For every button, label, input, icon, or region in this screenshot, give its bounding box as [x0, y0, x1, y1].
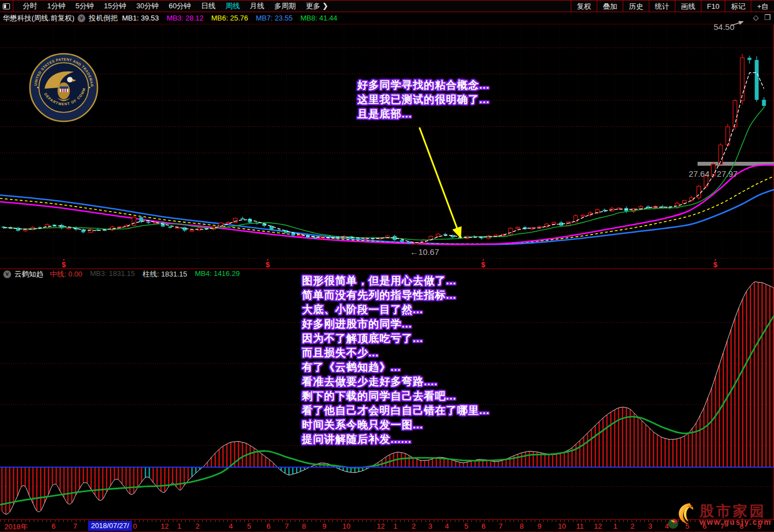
axis-label: 9 — [322, 522, 326, 530]
callout-line: 这里我已测试的很明确了... — [357, 93, 490, 107]
sub-indicator-name: 云鹤知趋 — [14, 269, 43, 279]
axis-label: 1 — [393, 522, 397, 530]
axis-label: 6 — [52, 522, 55, 530]
axis-label: 7 — [73, 522, 77, 530]
axis-label: 8 — [302, 522, 306, 530]
axis-label: 6 — [266, 522, 270, 530]
axis-label: 7 — [285, 522, 289, 530]
sub-indicator-value: MB3: 1831.15 — [90, 269, 135, 279]
axis-label: 9 — [537, 522, 541, 530]
price-band-label: 27.64 - 27.97 — [689, 169, 737, 178]
note-line: 提问讲解随后补发...... — [302, 432, 490, 447]
high-price-label: 54.50 — [714, 22, 735, 32]
selected-date-box[interactable]: 2018/07/27/五 — [88, 521, 132, 531]
callout-line: 且是底部... — [357, 107, 490, 121]
axis-label: 5 — [464, 522, 468, 530]
axis-label: 1 — [613, 522, 617, 530]
note-line: 简单而没有先列的指导性指标... — [302, 288, 490, 303]
axis-label: 12 — [377, 522, 385, 530]
trading-app-window: 分时 1分钟 5分钟 15分钟 30分钟 60分钟 日线 周线 月线 多周期 更… — [0, 0, 774, 532]
low-price-label: ←10.67 — [410, 247, 439, 257]
note-line: 而且损失不少... — [302, 346, 490, 360]
site-watermark: 股市家园 www.gusjy.com — [665, 502, 772, 529]
axis-label: 2 — [631, 522, 634, 530]
exright-dollar-marker: $ — [264, 258, 271, 269]
axis-label: 3 — [428, 522, 432, 530]
axis-label: 12 — [161, 522, 168, 530]
note-line: 有了《云鹤知趋》... — [302, 360, 490, 375]
exright-dollar-marker: $ — [480, 258, 486, 269]
note-line: 看了他自己才会明白自己错在了哪里... — [302, 403, 490, 418]
axis-label: 2018年 — [4, 522, 28, 532]
note-line: 剩下的下载的同学自己去看吧... — [302, 389, 490, 403]
axis-label: 4 — [445, 522, 449, 530]
uspto-seal-logo: UNITED STATES PATENT AND TRADEMARK OFFIC… — [29, 53, 99, 122]
note-line: 看准去做要少走好多弯路.... — [302, 375, 490, 389]
note-annotation: 图形很简单，但是用心去做了...简单而没有先列的指导性指标...大底、小阶段一目… — [302, 274, 490, 447]
axis-label: 0 — [133, 522, 137, 530]
axis-label: 7 — [499, 522, 503, 530]
note-line: 大底、小阶段一目了然... — [302, 303, 490, 317]
axis-label: 12 — [594, 522, 602, 530]
time-axis[interactable]: 2018年 6 7 0 12 1 2 4 5 6 7 8 — [0, 519, 774, 532]
axis-label: 1 — [177, 522, 181, 530]
axis-label: 10 — [558, 522, 566, 530]
exright-dollar-marker: $ — [712, 258, 719, 269]
watermark-title: 股市家园 — [700, 504, 772, 518]
axis-label: 6 — [481, 522, 485, 530]
sub-indicator-value: MB4: 1416.29 — [195, 269, 240, 279]
phoenix-logo-icon — [665, 502, 696, 529]
axis-label: 10 — [342, 522, 350, 530]
axis-label: 8 — [520, 522, 524, 530]
note-line: 时间关系今晚只发一图... — [302, 418, 490, 432]
callout-annotation: 好多同学寻找的粘合概念...这里我已测试的很明确了...且是底部... — [357, 78, 490, 121]
sub-indicator-value: 中线: 0.00 — [50, 269, 83, 279]
axis-label: 2 — [412, 522, 416, 530]
watermark-url: www.gusjy.com — [700, 518, 772, 526]
axis-label: 2 — [196, 522, 199, 530]
axis-label: 5 — [247, 522, 251, 530]
note-line: 图形很简单，但是用心去做了... — [302, 274, 490, 288]
note-line: 因为不了解顶底吃亏了... — [302, 331, 490, 346]
exright-dollar-marker: $ — [60, 258, 67, 269]
axis-label: 11 — [576, 522, 584, 530]
sub-indicator-value: 柱线: 1831.15 — [142, 269, 187, 279]
chevron-down-icon[interactable]: ˅ — [3, 270, 11, 278]
axis-label: 3 — [648, 522, 652, 530]
callout-line: 好多同学寻找的粘合概念... — [357, 78, 490, 93]
axis-label: 4 — [229, 522, 233, 530]
note-line: 好多刚进股市的同学... — [302, 317, 490, 331]
